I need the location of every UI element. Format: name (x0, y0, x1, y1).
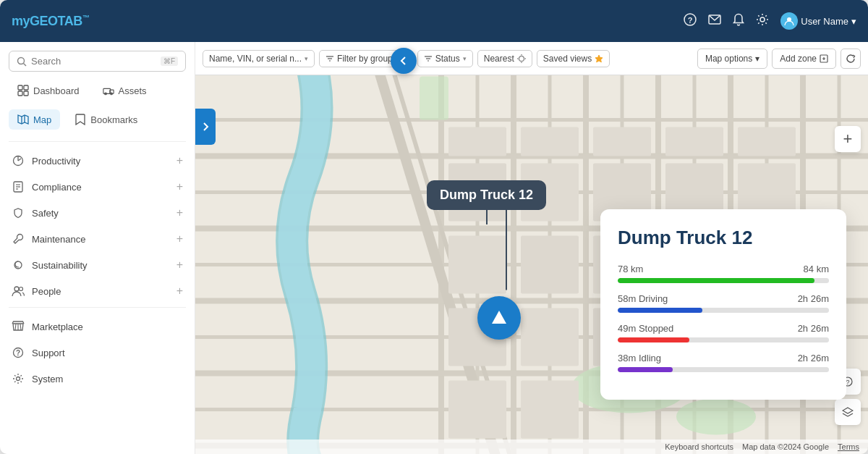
svg-text:?: ? (688, 16, 693, 25)
svg-rect-7 (18, 85, 22, 90)
saved-views[interactable]: Saved views (537, 50, 610, 67)
stat-stopped-right: 2h 26m (798, 323, 829, 334)
map-layers-btn[interactable] (835, 399, 861, 425)
sidebar-item-map[interactable]: Map (9, 109, 60, 130)
nearest-filter[interactable]: Nearest (477, 50, 532, 67)
name-filter[interactable]: Name, VIN, or serial n... ▾ (203, 50, 315, 67)
sidebar-item-support[interactable]: ? Support (0, 340, 195, 366)
svg-point-74 (676, 399, 756, 435)
collapse-sidebar-btn[interactable] (391, 48, 417, 74)
stat-idling: 38m Idling 2h 26m (618, 353, 829, 372)
logo: myGEOTAB™ (12, 14, 89, 29)
status-filter[interactable]: Status ▾ (417, 50, 473, 67)
svg-rect-9 (18, 91, 22, 96)
map-toolbar: Name, VIN, or serial n... ▾ Filter by gr… (195, 42, 868, 75)
people-add[interactable]: + (176, 285, 183, 298)
user-menu[interactable]: User Name ▾ (780, 12, 856, 30)
svg-marker-99 (492, 311, 506, 324)
dashboard-label: Dashboard (33, 85, 80, 96)
truck-popup[interactable]: Dump Truck 12 (427, 180, 546, 210)
bell-icon[interactable] (733, 13, 744, 29)
stat-idling-bar (618, 367, 673, 372)
refresh-btn[interactable] (841, 49, 861, 69)
sidebar-item-system[interactable]: System (0, 366, 195, 392)
compliance-icon (12, 180, 25, 193)
support-label: Support (32, 348, 65, 358)
stat-driving-bar-bg (618, 308, 829, 313)
settings-icon[interactable] (756, 13, 769, 29)
svg-rect-96 (448, 381, 506, 439)
toolbar-right: Map options ▾ Add zone (697, 49, 861, 69)
maintenance-add[interactable]: + (176, 232, 183, 245)
sidebar-item-safety[interactable]: Safety + (0, 200, 195, 226)
safety-label: Safety (32, 208, 59, 219)
stat-driving-right: 2h 26m (798, 293, 829, 304)
svg-rect-76 (448, 127, 506, 156)
sidebar-item-productivity[interactable]: Productivity + (0, 148, 195, 174)
saved-views-label: Saved views (543, 54, 592, 64)
svg-point-33 (17, 377, 20, 381)
sustainability-icon (12, 258, 25, 272)
nav-icons: ? User Name ▾ (684, 12, 856, 30)
marketplace-icon (12, 320, 25, 333)
people-label: People (32, 286, 61, 297)
svg-rect-92 (521, 308, 579, 366)
terms-link[interactable]: Terms (838, 442, 859, 451)
stat-stopped: 49m Stopped 2h 26m (618, 323, 829, 342)
add-zone-btn[interactable]: Add zone (772, 49, 836, 69)
compliance-add[interactable]: + (176, 180, 183, 193)
sidebar: ⌘F Dashboard Assets Map (0, 42, 195, 454)
map-label: Map (33, 114, 51, 125)
sidebar-item-maintenance[interactable]: Maintenance + (0, 226, 195, 252)
sidebar-item-bookmarks[interactable]: Bookmarks (66, 109, 146, 130)
svg-line-28 (15, 324, 16, 330)
sidebar-item-dashboard[interactable]: Dashboard (9, 80, 88, 101)
sidebar-item-compliance[interactable]: Compliance + (0, 174, 195, 200)
avatar (780, 12, 798, 30)
sustainability-add[interactable]: + (176, 258, 183, 272)
svg-line-104 (848, 413, 853, 416)
svg-rect-78 (593, 127, 651, 156)
status-label: Status (435, 54, 460, 64)
marketplace-label: Marketplace (32, 321, 83, 332)
sidebar-item-people[interactable]: People + (0, 278, 195, 304)
sidebar-item-marketplace[interactable]: Marketplace (0, 314, 195, 340)
map-options-btn[interactable]: Map options ▾ (697, 49, 767, 69)
stat-km-left: 78 km (618, 264, 643, 274)
sidebar-nav-group: Dashboard Assets (0, 80, 195, 109)
logo-tm: ™ (82, 14, 90, 22)
svg-rect-82 (665, 127, 723, 156)
search-wrap[interactable]: ⌘F (9, 51, 186, 72)
add-zone-label: Add zone (780, 54, 817, 64)
stat-driving-bar (618, 308, 702, 313)
svg-point-5 (18, 57, 25, 64)
safety-add[interactable]: + (176, 206, 183, 219)
stat-km-bar (618, 278, 814, 283)
search-input[interactable] (31, 56, 156, 67)
zoom-in-btn[interactable]: + (835, 126, 861, 152)
productivity-label: Productivity (32, 156, 80, 167)
svg-rect-10 (24, 91, 28, 96)
productivity-add[interactable]: + (176, 154, 183, 167)
add-zone-icon (820, 54, 828, 63)
svg-rect-77 (521, 127, 579, 156)
sidebar-item-assets[interactable]: Assets (94, 80, 156, 101)
svg-text:?: ? (846, 379, 849, 386)
assets-label: Assets (119, 85, 147, 96)
truck-marker[interactable] (477, 296, 521, 340)
status-filter-icon (424, 54, 433, 63)
support-icon: ? (12, 346, 25, 359)
sidebar-item-sustainability[interactable]: Sustainability + (0, 252, 195, 278)
svg-marker-15 (18, 115, 28, 124)
help-icon[interactable]: ? (684, 13, 697, 29)
user-caret: ▾ (851, 16, 856, 27)
system-icon (12, 372, 25, 385)
mail-icon[interactable] (708, 14, 721, 28)
app-container: myGEOTAB™ ? User Name ▾ (0, 0, 868, 454)
sustainability-label: Sustainability (32, 260, 88, 271)
sidebar-nav-group-2: Map Bookmarks (0, 109, 195, 138)
map-content[interactable]: Dump Truck 12 + ? (195, 75, 868, 454)
info-card: Dump Truck 12 78 km 84 km (600, 209, 846, 400)
svg-text:?: ? (16, 349, 20, 357)
expand-sidebar-btn[interactable] (195, 109, 216, 145)
